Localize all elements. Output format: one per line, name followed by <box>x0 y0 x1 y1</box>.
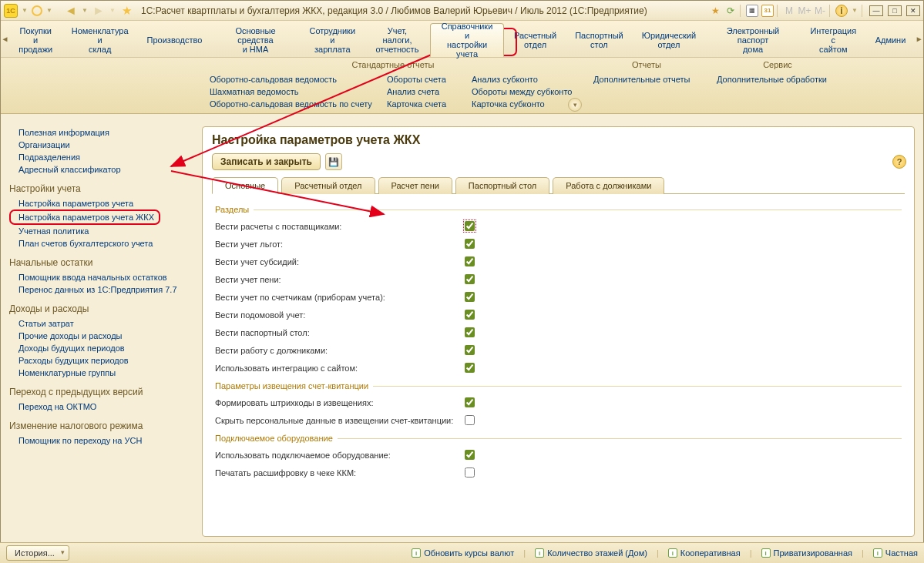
close-button[interactable]: ✕ <box>906 5 920 16</box>
checkbox[interactable] <box>465 363 475 373</box>
checkbox[interactable] <box>465 345 475 355</box>
refresh-icon[interactable]: ⟳ <box>724 5 737 17</box>
ring-icon[interactable] <box>32 5 42 16</box>
checkbox[interactable] <box>465 397 475 407</box>
sb-link[interactable]: iПриватизированная <box>761 548 852 558</box>
sb-link[interactable]: iКоличество этажей (Дом) <box>535 548 647 558</box>
sidebar-link[interactable]: Настройка параметров учета ЖКХ <box>9 209 160 225</box>
sidebar-link[interactable]: Статьи затрат <box>9 317 193 330</box>
submenu-panel: Стандартные отчеты Отчеты Сервис Оборотн… <box>1 58 923 114</box>
sublink[interactable]: Шахматная ведомость <box>209 85 371 98</box>
tab[interactable]: Расчетный отдел <box>281 177 375 194</box>
checkbox[interactable] <box>465 450 475 460</box>
nav-forward-icon[interactable]: ► <box>92 4 106 18</box>
form-row: Вести подомовой учет: <box>215 306 902 323</box>
info-dropdown-icon[interactable]: ▼ <box>851 7 858 14</box>
sidebar-link[interactable]: Перенос данных из 1С:Предприятия 7.7 <box>9 283 193 296</box>
sidebar-link[interactable]: Организации <box>9 139 193 151</box>
m-plus-icon[interactable]: M+ <box>798 5 811 17</box>
menu-accounting[interactable]: Учет, налоги,отчетность <box>366 23 428 57</box>
sidebar-link[interactable]: Подразделения <box>9 151 193 163</box>
info-icon[interactable]: i <box>835 5 848 17</box>
checkbox[interactable] <box>465 467 475 478</box>
checkbox[interactable] <box>465 239 475 249</box>
nav-back-icon[interactable]: ◄ <box>64 4 78 18</box>
history-button[interactable]: История... <box>6 545 69 561</box>
menu-scroll-left-icon[interactable]: ◄ <box>1 21 9 57</box>
sidebar-link[interactable]: Учетная политика <box>9 225 193 237</box>
menu-epassport[interactable]: Электронный паспортдома <box>706 23 800 57</box>
form-row: Вести учет субсидий: <box>215 253 902 270</box>
save-close-button[interactable]: Записать и закрыть <box>212 153 321 170</box>
checkbox[interactable] <box>465 310 475 320</box>
checkbox[interactable] <box>465 274 475 284</box>
favorite-icon[interactable]: ★ <box>119 4 133 18</box>
sublink[interactable]: Оборотно-сальдовая ведомость по счету <box>209 98 371 110</box>
info-small-icon: i <box>535 548 544 558</box>
sidebar-link[interactable]: Переход на ОКТМО <box>9 400 193 413</box>
tab[interactable]: Паспортный стол <box>455 177 549 194</box>
sidebar-group-title: Настройки учета <box>9 183 193 194</box>
star-add-icon[interactable]: ★ <box>709 5 721 17</box>
sublink[interactable]: Карточка субконто <box>471 98 577 110</box>
sb-link[interactable]: iОбновить курсы валют <box>412 548 514 558</box>
menu-purchases-sales[interactable]: Покупки ипродажи <box>10 23 62 57</box>
sidebar-link[interactable]: Адресный классификатор <box>9 163 193 176</box>
minimize-button[interactable]: — <box>869 5 883 16</box>
sublink[interactable]: Обороты счета <box>386 73 455 85</box>
sidebar-link[interactable]: Номенклатурные группы <box>9 367 193 379</box>
calculator-icon[interactable]: ▦ <box>746 5 758 17</box>
sublink[interactable]: Оборотно-сальдовая ведомость <box>209 73 371 85</box>
help-icon[interactable]: ? <box>892 155 906 169</box>
nav-back-dropdown-icon[interactable]: ▼ <box>81 7 89 14</box>
sb-link[interactable]: iЧастная <box>873 548 918 558</box>
tab[interactable]: Основные <box>212 177 278 194</box>
app-menu-dropdown-icon[interactable]: ▼ <box>21 7 29 14</box>
sidebar-link[interactable]: План счетов бухгалтерского учета <box>9 237 193 250</box>
expand-subpanel-icon[interactable]: ▾ <box>568 98 582 112</box>
sublink[interactable]: Дополнительные обработки <box>716 73 839 85</box>
sidebar-link[interactable]: Полезная информация <box>9 126 193 139</box>
sidebar-link[interactable]: Прочие доходы и расходы <box>9 330 193 342</box>
ring-dropdown-icon[interactable]: ▼ <box>45 7 53 14</box>
menu-passport[interactable]: Паспортныйстол <box>566 23 632 57</box>
form-row: Использовать интеграцию с сайтом: <box>215 359 902 377</box>
sublink[interactable]: Карточка счета <box>386 98 455 110</box>
menu-calc-dept[interactable]: Расчетныйотдел <box>506 23 565 57</box>
menu-admin[interactable]: Админи <box>867 23 915 57</box>
form-row: Использовать подключаемое оборудование: <box>215 446 902 464</box>
tab[interactable]: Расчет пени <box>378 177 452 194</box>
sidebar-link[interactable]: Помощник по переходу на УСН <box>9 434 193 447</box>
menu-employees[interactable]: Сотрудники изарплата <box>301 23 365 57</box>
nav-fwd-dropdown-icon[interactable]: ▼ <box>109 7 116 14</box>
sublink[interactable]: Анализ субконто <box>471 73 577 85</box>
main-menu: ◄ Покупки ипродажи Номенклатура исклад П… <box>1 21 923 58</box>
checkbox[interactable] <box>465 415 475 425</box>
sidebar-link[interactable]: Расходы будущих периодов <box>9 354 193 367</box>
checkbox[interactable] <box>465 221 475 231</box>
menu-production[interactable]: Производство <box>139 23 211 57</box>
sb-link[interactable]: iКооперативная <box>668 548 741 558</box>
sidebar-link[interactable]: Помощник ввода начальных остатков <box>9 271 193 283</box>
sublink[interactable]: Анализ счета <box>386 85 455 98</box>
menu-integration[interactable]: Интеграция ссайтом <box>801 23 865 57</box>
app-logo-icon[interactable]: 1C <box>4 4 18 18</box>
checkbox[interactable] <box>465 327 475 337</box>
m-minus-icon[interactable]: M- <box>814 5 826 17</box>
menu-nomenclature[interactable]: Номенклатура исклад <box>63 23 137 57</box>
checkbox[interactable] <box>465 256 475 266</box>
calendar-icon[interactable]: 31 <box>761 5 774 17</box>
sidebar-link[interactable]: Настройка параметров учета <box>9 197 193 209</box>
menu-references[interactable]: Справочники инастройки учета <box>430 23 504 57</box>
sublink[interactable]: Обороты между субконто <box>471 85 577 98</box>
menu-scroll-right-icon[interactable]: ► <box>915 21 923 57</box>
menu-legal[interactable]: Юридическийотдел <box>633 23 704 57</box>
sidebar-link[interactable]: Доходы будущих периодов <box>9 342 193 354</box>
tab[interactable]: Работа с должниками <box>553 177 664 194</box>
menu-fixed-assets[interactable]: Основные средстваи НМА <box>212 23 298 57</box>
save-icon[interactable]: 💾 <box>325 153 342 170</box>
checkbox[interactable] <box>465 292 475 302</box>
sublink[interactable]: Дополнительные отчеты <box>593 73 701 85</box>
m-icon[interactable]: M <box>783 5 795 17</box>
maximize-button[interactable]: □ <box>888 5 902 16</box>
